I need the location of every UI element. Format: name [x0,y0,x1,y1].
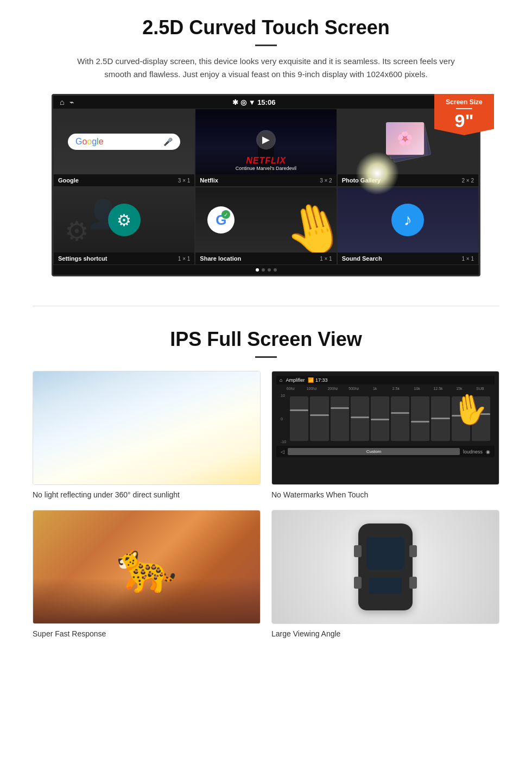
dot-3[interactable] [268,268,271,272]
soundsearch-thumbnail: ♪ [338,187,478,253]
status-left-icons: ⌂ ⌁ [60,98,74,106]
mic-icon[interactable]: 🎤 [163,137,173,146]
app-cell-settings[interactable]: 👤 ⚙ ⚙ Settings shortcut 1 × 1 [53,187,195,265]
eq-slider-6[interactable] [391,396,409,441]
netflix-app-size: 3 × 2 [320,178,332,184]
car-rear-window [369,578,402,594]
sunlight-image [33,371,261,485]
time-display: 15:06 [257,98,275,106]
netflix-app-name: Netflix [200,177,218,184]
wifi-icon: ▼ [249,98,256,106]
eq-slider-5[interactable] [371,396,389,441]
cheetah-emoji: 🐆 [116,539,177,596]
bluetooth-icon: ✱ [232,98,238,106]
eq-slider-8[interactable] [431,396,449,441]
amp-title: Amplifier [286,377,305,383]
slider-handle-2 [310,414,328,416]
app-cell-shareloc[interactable]: G ✓ 🤚 Share location 1 × 1 [195,187,337,265]
app-cell-google[interactable]: Google 🎤 Google 3 × 1 [53,109,195,187]
slider-handle-1 [290,409,308,411]
car-wheel-rear-right [409,577,417,589]
hand-finger: 🤚 [277,194,337,253]
feature-amplifier: ⌂ Amplifier 📶 17:33 60hz 100hz 200hz 500… [271,371,499,499]
gallery-card-front: 🌸 [386,122,424,155]
google-app-name: Google [58,177,79,184]
car-wheel-front-left [354,545,362,557]
device-wrapper: Screen Size 9" ⌂ ⌁ ✱ ◎ ▼ 15:06 ⊡ [43,94,489,276]
title-underline-1 [255,45,277,46]
title-underline-2 [255,356,277,358]
badge-line [456,108,472,109]
eq-slider-7[interactable] [411,396,429,441]
car-wheel-rear-left [354,577,362,589]
shareloc-thumbnail: G ✓ 🤚 [195,187,336,253]
section1-description: With 2.5D curved-display screen, this de… [76,55,456,81]
car-top-view [358,523,413,610]
slider-handle-6 [391,412,409,414]
settings-app-name: Settings shortcut [58,255,107,262]
location-icon: ◎ [240,98,246,106]
section1-title: 2.5D Curved Touch Screen [33,16,499,39]
netflix-subtitle: Continue Marvel's Daredevil [200,166,332,171]
netflix-thumbnail: ▶ NETFLIX Continue Marvel's Daredevil [195,109,336,174]
soundsearch-app-name: Sound Search [342,255,382,262]
dot-1[interactable] [256,268,259,272]
dot-2[interactable] [262,268,265,272]
google-thumbnail: Google 🎤 [54,109,194,174]
app-grid-row2: 👤 ⚙ ⚙ Settings shortcut 1 × 1 [53,187,479,265]
app-cell-soundsearch[interactable]: ♪ Sound Search 1 × 1 [337,187,479,265]
eq-slider-3[interactable] [331,396,349,441]
shareloc-app-name: Share location [200,255,241,262]
slider-handle-7 [411,421,429,422]
car-caption: Large Viewing Angle [271,629,499,638]
car-wheel-front-right [409,545,417,557]
amplifier-image: ⌂ Amplifier 📶 17:33 60hz 100hz 200hz 500… [271,371,499,485]
google-label-row: Google 3 × 1 [54,174,194,186]
amp-custom-btn[interactable]: Custom [288,448,460,455]
google-logo: Google [75,137,104,147]
amp-bottom-bar: ◁ Custom loudness ◉ [276,446,495,457]
cheetah-image: 🐆 [33,510,261,624]
sky-gradient [33,371,260,484]
loudness-toggle[interactable]: ◉ [486,449,490,455]
netflix-label-row: Netflix 3 × 2 [195,174,336,186]
eq-slider-2[interactable] [310,396,328,441]
feature-cheetah: 🐆 Super Fast Response [33,510,261,638]
badge-size: 9" [454,110,473,131]
amp-icons: 📶 17:33 [308,377,327,383]
faded-person-icon: 👤 [86,198,120,230]
home-icon[interactable]: ⌂ [60,98,64,106]
app-cell-netflix[interactable]: ▶ NETFLIX Continue Marvel's Daredevil Ne… [195,109,337,187]
netflix-overlay: NETFLIX Continue Marvel's Daredevil [195,153,336,174]
cheetah-caption: Super Fast Response [33,629,261,638]
google-search-bar[interactable]: Google 🎤 [68,134,180,150]
slider-handle-8 [431,418,449,419]
pagination-dots [53,265,479,275]
gallery-app-size: 2 × 2 [461,178,474,184]
section-ips: IPS Full Screen View No light reflecting… [0,323,532,654]
play-button[interactable]: ▶ [256,130,276,149]
amp-home-icon: ⌂ [280,377,282,383]
hand-touching-slider: ✋ [449,389,492,430]
status-time: ✱ ◎ ▼ 15:06 [74,98,434,106]
amplifier-screen: ⌂ Amplifier 📶 17:33 60hz 100hz 200hz 500… [272,371,499,484]
eq-slider-4[interactable] [351,396,369,441]
usb-icon: ⌁ [69,98,74,106]
car-scene [272,510,499,623]
settings-thumbnail: 👤 ⚙ ⚙ [54,187,194,253]
slider-handle-4 [351,417,369,418]
soundsearch-icon: ♪ [391,204,424,236]
android-screen: ⌂ ⌁ ✱ ◎ ▼ 15:06 ⊡ ◁) ⊠ ▭ [52,94,480,276]
soundsearch-app-size: 1 × 1 [461,256,474,262]
eq-sliders-area: 10 0 -10 [276,392,495,446]
faded-gear-icon-bg: ⚙ [65,216,89,247]
dot-4[interactable] [274,268,277,272]
shareloc-label-row: Share location 1 × 1 [195,253,336,264]
eq-slider-1[interactable] [290,396,308,441]
amp-header: ⌂ Amplifier 📶 17:33 [276,376,495,384]
car-image [271,510,499,624]
amp-back: ◁ [281,449,284,455]
badge-label: Screen Size [438,98,491,106]
sunlight-caption: No light reflecting under 360° direct su… [33,490,261,499]
app-grid-row1: Google 🎤 Google 3 × 1 [53,109,479,187]
